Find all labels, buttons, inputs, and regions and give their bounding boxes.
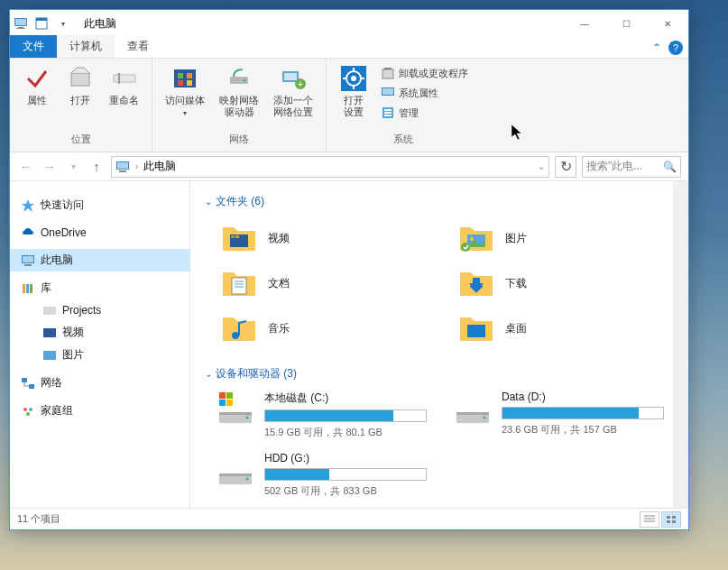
collapse-ribbon-icon[interactable]: ⌃ <box>652 41 661 54</box>
ribbon-group-location: 属性 打开 重命名 位置 <box>10 59 152 152</box>
svg-rect-41 <box>23 284 25 293</box>
sidebar-item-this-pc[interactable]: 此电脑 <box>10 249 189 271</box>
status-item-count: 11 个项目 <box>17 512 60 526</box>
refresh-button[interactable]: ↻ <box>555 156 576 178</box>
properties-button[interactable]: 属性 <box>17 62 57 108</box>
explorer-window: ▾ 此电脑 — ☐ ✕ 文件 计算机 查看 ⌃ ? 属性 打开 <box>9 9 689 530</box>
up-button[interactable]: ↑ <box>88 158 106 176</box>
access-media-button[interactable]: 访问媒体▾ <box>160 62 210 120</box>
system-properties-button[interactable]: 系统属性 <box>377 84 472 102</box>
svg-rect-82 <box>667 520 670 523</box>
folder-desktop[interactable]: 桌面 <box>455 308 674 348</box>
rename-button[interactable]: 重命名 <box>104 62 144 108</box>
drive-name: 本地磁盘 (C:) <box>264 391 437 406</box>
folder-documents[interactable]: 文档 <box>217 263 437 303</box>
recent-dropdown[interactable]: ▾ <box>64 158 82 176</box>
svg-rect-27 <box>382 69 393 78</box>
svg-rect-44 <box>43 307 56 315</box>
sidebar-item-homegroup[interactable]: 家庭组 <box>10 400 189 422</box>
forward-button[interactable]: → <box>41 158 59 176</box>
drive-usage-bar <box>502 407 664 419</box>
navigation-pane[interactable]: 快速访问 OneDrive 此电脑 库 Projects 视频 图片 网络 家庭… <box>10 181 190 508</box>
open-settings-button[interactable]: 打开 设置 <box>334 62 373 120</box>
uninstall-button[interactable]: 卸载或更改程序 <box>377 64 472 82</box>
svg-rect-17 <box>284 73 297 80</box>
svg-rect-48 <box>29 384 34 389</box>
tab-view[interactable]: 查看 <box>115 35 161 58</box>
drive-item[interactable]: 本地磁盘 (C:) 15.9 GB 可用，共 80.1 GB <box>217 391 437 439</box>
svg-rect-53 <box>231 235 235 238</box>
this-pc-icon <box>115 160 130 174</box>
svg-rect-30 <box>382 88 393 95</box>
titlebar[interactable]: ▾ 此电脑 — ☐ ✕ <box>10 10 688 37</box>
address-dropdown-icon[interactable]: ⌄ <box>538 161 545 171</box>
address-field[interactable]: › 此电脑 ⌄ <box>111 156 549 178</box>
ribbon: 属性 打开 重命名 位置 访问媒体▾ <box>10 59 688 152</box>
drive-name: HDD (G:) <box>264 452 437 464</box>
qat-dropdown-icon[interactable]: ▾ <box>53 14 73 33</box>
sidebar-item-pictures[interactable]: 图片 <box>10 344 189 366</box>
svg-point-62 <box>232 332 239 339</box>
drive-free-text: 15.9 GB 可用，共 80.1 GB <box>264 426 437 439</box>
music-folder-icon <box>221 312 257 345</box>
section-drives[interactable]: ⌄设备和驱动器 (3) <box>205 361 674 387</box>
svg-rect-34 <box>384 115 392 116</box>
quick-access-toolbar: ▾ <box>32 14 73 33</box>
video-icon <box>42 326 57 340</box>
picture-folder-icon <box>458 222 494 254</box>
section-folders[interactable]: ⌄文件夹 (6) <box>205 188 674 215</box>
sidebar-item-library[interactable]: 库 <box>10 277 189 299</box>
svg-rect-5 <box>36 18 47 21</box>
drive-item[interactable]: Data (D:) 23.6 GB 可用，共 157 GB <box>455 391 674 439</box>
search-input[interactable]: 搜索"此电... 🔍 <box>582 156 681 178</box>
svg-point-57 <box>461 243 470 252</box>
ribbon-group-system: 打开 设置 卸载或更改程序 系统属性 管理 系统 <box>327 59 479 152</box>
folder-downloads[interactable]: 下载 <box>455 263 674 303</box>
svg-point-70 <box>246 417 249 419</box>
qat-properties-icon[interactable] <box>32 14 51 33</box>
tab-computer[interactable]: 计算机 <box>57 35 115 58</box>
icons-view-button[interactable] <box>661 511 681 528</box>
svg-point-76 <box>246 478 249 481</box>
svg-point-56 <box>470 237 474 241</box>
scrollbar[interactable] <box>673 181 688 508</box>
details-view-button[interactable] <box>640 511 659 528</box>
svg-rect-39 <box>23 256 33 262</box>
window-controls: — ☐ ✕ <box>564 10 688 37</box>
main-content[interactable]: ⌄文件夹 (6) 视频 图片 文档 下载 音乐 桌面 ⌄设备和驱动器 (3) 本… <box>190 181 688 508</box>
sidebar-item-quick-access[interactable]: 快速访问 <box>10 194 189 216</box>
back-button[interactable]: ← <box>17 158 35 176</box>
folder-videos[interactable]: 视频 <box>217 218 437 258</box>
map-drive-button[interactable]: 映射网络 驱动器 <box>214 62 264 120</box>
help-icon[interactable]: ? <box>668 41 683 55</box>
minimize-button[interactable]: — <box>564 10 605 37</box>
svg-rect-7 <box>114 75 135 82</box>
breadcrumb[interactable]: 此电脑 <box>143 159 176 174</box>
svg-rect-12 <box>178 80 183 86</box>
drive-usage-bar <box>264 409 427 422</box>
close-button[interactable]: ✕ <box>647 10 688 37</box>
folder-music[interactable]: 音乐 <box>217 308 437 348</box>
open-button[interactable]: 打开 <box>60 62 100 108</box>
drive-icon <box>455 391 491 427</box>
svg-rect-66 <box>219 400 226 406</box>
sidebar-item-projects[interactable]: Projects <box>10 299 189 321</box>
manage-button[interactable]: 管理 <box>377 104 472 122</box>
svg-rect-63 <box>467 325 485 337</box>
sidebar-item-onedrive[interactable]: OneDrive <box>10 222 189 244</box>
svg-rect-58 <box>232 278 246 294</box>
svg-point-51 <box>26 412 30 416</box>
video-folder-icon <box>221 222 257 254</box>
svg-rect-54 <box>235 235 239 238</box>
svg-rect-69 <box>219 412 252 415</box>
tab-file[interactable]: 文件 <box>10 35 57 58</box>
window-title: 此电脑 <box>84 16 116 32</box>
folder-pictures[interactable]: 图片 <box>455 218 674 258</box>
drive-item[interactable]: HDD (G:) 502 GB 可用，共 833 GB <box>217 452 437 498</box>
sidebar-item-videos[interactable]: 视频 <box>10 321 189 344</box>
maximize-button[interactable]: ☐ <box>605 10 647 37</box>
sidebar-item-network[interactable]: 网络 <box>10 372 189 394</box>
svg-rect-80 <box>667 516 670 519</box>
svg-rect-36 <box>117 162 128 169</box>
add-network-button[interactable]: + 添加一个 网络位置 <box>268 62 318 120</box>
